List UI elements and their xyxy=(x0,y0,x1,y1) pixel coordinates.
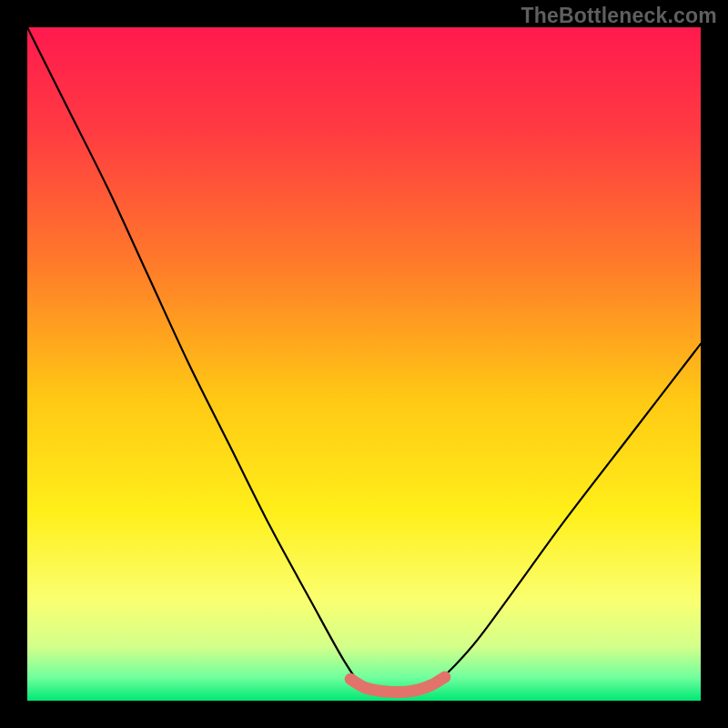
bottleneck-curve xyxy=(27,27,701,695)
watermark-text: TheBottleneck.com xyxy=(521,4,717,28)
sweet-spot-band xyxy=(350,677,445,693)
chart-frame: TheBottleneck.com xyxy=(0,0,728,728)
chart-svg xyxy=(27,27,701,701)
plot-area xyxy=(27,27,701,701)
